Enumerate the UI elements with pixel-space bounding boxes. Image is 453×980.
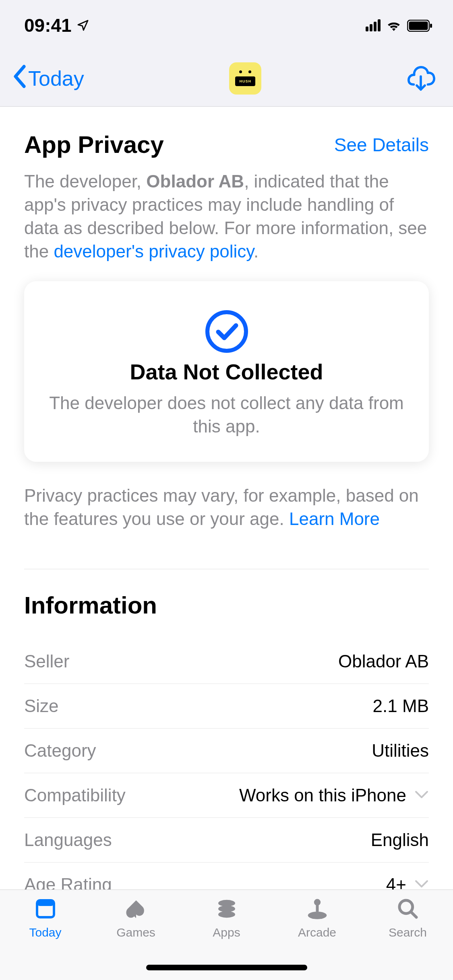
info-value: 4+ — [386, 875, 406, 889]
see-details-link[interactable]: See Details — [334, 134, 429, 156]
info-value: English — [371, 830, 429, 850]
privacy-policy-link[interactable]: developer's privacy policy — [54, 241, 254, 261]
info-row: Size2.1 MB — [24, 684, 429, 729]
search-icon — [395, 896, 421, 922]
cellular-icon — [366, 19, 381, 31]
arcade-icon — [304, 896, 330, 922]
apps-icon — [214, 896, 240, 922]
information-list: SellerOblador ABSize2.1 MBCategoryUtilit… — [24, 639, 429, 889]
info-label: Seller — [24, 651, 70, 671]
chevron-down-icon — [414, 790, 429, 801]
svg-point-9 — [218, 911, 235, 918]
info-value: 2.1 MB — [373, 696, 429, 716]
app-icon-badge: HUSH — [235, 76, 255, 86]
developer-name: Oblador AB — [146, 171, 244, 191]
card-text: The developer does not collect any data … — [48, 391, 405, 437]
app-privacy-title: App Privacy — [24, 131, 164, 159]
check-circle-icon — [205, 309, 249, 354]
svg-rect-1 — [409, 21, 428, 30]
info-row: SellerOblador AB — [24, 639, 429, 684]
svg-point-7 — [218, 900, 235, 906]
privacy-intro: The developer, Oblador AB, indicated tha… — [24, 170, 429, 263]
app-icon[interactable]: HUSH — [229, 62, 261, 95]
data-not-collected-card: Data Not Collected The developer does no… — [24, 281, 429, 461]
back-label: Today — [28, 66, 84, 91]
chevron-left-icon — [12, 64, 27, 93]
info-row: LanguagesEnglish — [24, 818, 429, 863]
svg-rect-2 — [430, 24, 432, 28]
svg-point-12 — [308, 912, 327, 919]
svg-rect-11 — [316, 904, 319, 912]
svg-point-4 — [207, 312, 246, 351]
card-title: Data Not Collected — [48, 359, 405, 384]
status-time: 09:41 — [24, 14, 72, 36]
home-indicator[interactable] — [146, 965, 307, 970]
chevron-down-icon — [414, 879, 429, 889]
info-label: Size — [24, 696, 59, 716]
wifi-icon — [385, 14, 402, 36]
info-row[interactable]: Age Rating4+ — [24, 863, 429, 889]
battery-icon — [407, 14, 433, 36]
info-label: Languages — [24, 830, 112, 850]
divider — [24, 569, 429, 569]
tab-label: Games — [116, 926, 155, 939]
info-label: Age Rating — [24, 875, 112, 889]
learn-more-link[interactable]: Learn More — [289, 509, 380, 529]
privacy-footer: Privacy practices may vary, for example,… — [24, 484, 429, 531]
app-privacy-section: App Privacy See Details The developer, O… — [0, 107, 453, 889]
tab-label: Arcade — [298, 926, 336, 939]
download-button[interactable] — [407, 63, 437, 93]
tab-label: Today — [29, 926, 61, 939]
info-row: CategoryUtilities — [24, 729, 429, 773]
location-icon — [77, 14, 89, 36]
svg-point-8 — [218, 906, 235, 912]
info-value: Utilities — [372, 741, 429, 761]
svg-line-14 — [411, 912, 416, 917]
status-bar: 09:41 — [0, 0, 453, 50]
svg-rect-6 — [37, 900, 54, 906]
info-label: Category — [24, 741, 96, 761]
info-value: Works on this iPhone — [239, 785, 406, 805]
tab-search[interactable]: Search — [362, 896, 453, 980]
back-button[interactable]: Today — [12, 64, 84, 93]
tab-today[interactable]: Today — [0, 896, 91, 980]
tab-label: Search — [389, 926, 427, 939]
info-row[interactable]: CompatibilityWorks on this iPhone — [24, 773, 429, 818]
games-icon — [123, 896, 149, 922]
information-title: Information — [24, 591, 429, 619]
tab-label: Apps — [213, 926, 240, 939]
navigation-bar: Today HUSH — [0, 50, 453, 107]
info-label: Compatibility — [24, 785, 126, 805]
info-value: Oblador AB — [338, 651, 429, 671]
content: App Privacy See Details The developer, O… — [0, 107, 453, 889]
today-icon — [33, 896, 58, 922]
